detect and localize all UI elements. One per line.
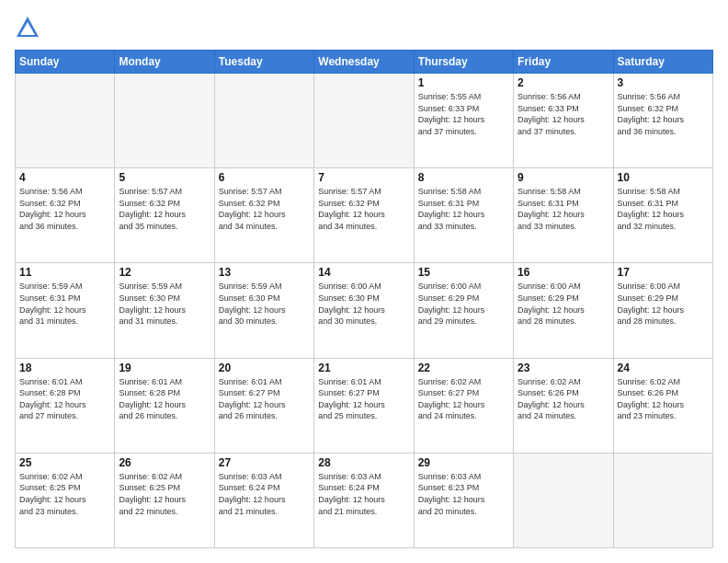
day-info: Sunrise: 6:02 AM Sunset: 6:26 PM Dayligh… <box>518 376 609 422</box>
day-number: 8 <box>418 171 509 184</box>
weekday-header-saturday: Saturday <box>613 51 712 74</box>
calendar-cell <box>16 74 115 168</box>
calendar-cell: 29Sunrise: 6:03 AM Sunset: 6:23 PM Dayli… <box>414 453 513 547</box>
calendar-cell: 22Sunrise: 6:02 AM Sunset: 6:27 PM Dayli… <box>414 358 513 453</box>
day-info: Sunrise: 6:03 AM Sunset: 6:24 PM Dayligh… <box>318 471 409 517</box>
page: SundayMondayTuesdayWednesdayThursdayFrid… <box>0 0 728 563</box>
day-number: 5 <box>119 171 210 184</box>
day-number: 1 <box>418 76 509 89</box>
day-info: Sunrise: 5:59 AM Sunset: 6:31 PM Dayligh… <box>19 281 110 327</box>
header <box>15 15 713 40</box>
day-number: 24 <box>618 362 709 374</box>
calendar-cell: 14Sunrise: 6:00 AM Sunset: 6:30 PM Dayli… <box>314 263 414 358</box>
calendar-cell <box>514 453 613 547</box>
day-info: Sunrise: 6:00 AM Sunset: 6:29 PM Dayligh… <box>618 281 709 327</box>
day-number: 9 <box>518 171 609 184</box>
day-number: 18 <box>19 362 110 374</box>
day-info: Sunrise: 6:01 AM Sunset: 6:27 PM Dayligh… <box>318 376 409 422</box>
day-info: Sunrise: 5:55 AM Sunset: 6:33 PM Dayligh… <box>418 91 509 137</box>
calendar-cell: 24Sunrise: 6:02 AM Sunset: 6:26 PM Dayli… <box>613 358 712 453</box>
calendar-cell: 4Sunrise: 5:56 AM Sunset: 6:32 PM Daylig… <box>16 168 115 263</box>
day-info: Sunrise: 5:58 AM Sunset: 6:31 PM Dayligh… <box>418 186 509 232</box>
calendar-cell: 8Sunrise: 5:58 AM Sunset: 6:31 PM Daylig… <box>414 168 513 263</box>
calendar-cell: 23Sunrise: 6:02 AM Sunset: 6:26 PM Dayli… <box>514 358 613 453</box>
day-number: 3 <box>618 76 709 89</box>
day-info: Sunrise: 5:59 AM Sunset: 6:30 PM Dayligh… <box>219 281 310 327</box>
day-info: Sunrise: 5:56 AM Sunset: 6:32 PM Dayligh… <box>618 91 709 137</box>
day-info: Sunrise: 5:58 AM Sunset: 6:31 PM Dayligh… <box>518 186 609 232</box>
day-info: Sunrise: 6:02 AM Sunset: 6:25 PM Dayligh… <box>119 471 210 517</box>
calendar-table: SundayMondayTuesdayWednesdayThursdayFrid… <box>15 50 713 548</box>
calendar-cell: 18Sunrise: 6:01 AM Sunset: 6:28 PM Dayli… <box>16 358 115 453</box>
day-number: 29 <box>418 456 509 469</box>
day-number: 4 <box>19 171 110 184</box>
day-info: Sunrise: 6:03 AM Sunset: 6:24 PM Dayligh… <box>219 471 310 517</box>
day-info: Sunrise: 6:02 AM Sunset: 6:25 PM Dayligh… <box>19 471 110 517</box>
calendar-week-3: 11Sunrise: 5:59 AM Sunset: 6:31 PM Dayli… <box>16 263 713 358</box>
calendar-cell: 21Sunrise: 6:01 AM Sunset: 6:27 PM Dayli… <box>314 358 414 453</box>
day-info: Sunrise: 5:57 AM Sunset: 6:32 PM Dayligh… <box>119 186 210 232</box>
day-number: 7 <box>318 171 409 184</box>
day-number: 14 <box>318 266 409 279</box>
day-number: 16 <box>518 266 609 279</box>
day-info: Sunrise: 6:01 AM Sunset: 6:28 PM Dayligh… <box>19 376 110 422</box>
day-number: 22 <box>418 362 509 374</box>
calendar-cell <box>115 74 214 168</box>
calendar-cell: 13Sunrise: 5:59 AM Sunset: 6:30 PM Dayli… <box>214 263 313 358</box>
day-number: 15 <box>418 266 509 279</box>
calendar-cell: 16Sunrise: 6:00 AM Sunset: 6:29 PM Dayli… <box>514 263 613 358</box>
calendar-cell: 1Sunrise: 5:55 AM Sunset: 6:33 PM Daylig… <box>414 74 513 168</box>
logo-icon <box>15 15 40 40</box>
calendar-week-2: 4Sunrise: 5:56 AM Sunset: 6:32 PM Daylig… <box>16 168 713 263</box>
day-info: Sunrise: 5:57 AM Sunset: 6:32 PM Dayligh… <box>219 186 310 232</box>
day-info: Sunrise: 6:02 AM Sunset: 6:26 PM Dayligh… <box>618 376 709 422</box>
day-info: Sunrise: 5:59 AM Sunset: 6:30 PM Dayligh… <box>119 281 210 327</box>
day-number: 12 <box>119 266 210 279</box>
day-number: 20 <box>219 362 310 374</box>
day-number: 10 <box>618 171 709 184</box>
calendar-cell: 19Sunrise: 6:01 AM Sunset: 6:28 PM Dayli… <box>115 358 214 453</box>
calendar-cell: 12Sunrise: 5:59 AM Sunset: 6:30 PM Dayli… <box>115 263 214 358</box>
calendar-cell: 11Sunrise: 5:59 AM Sunset: 6:31 PM Dayli… <box>16 263 115 358</box>
weekday-header-tuesday: Tuesday <box>214 51 313 74</box>
weekday-header-monday: Monday <box>115 51 214 74</box>
calendar-cell: 20Sunrise: 6:01 AM Sunset: 6:27 PM Dayli… <box>214 358 313 453</box>
calendar-cell: 3Sunrise: 5:56 AM Sunset: 6:32 PM Daylig… <box>613 74 712 168</box>
day-info: Sunrise: 5:57 AM Sunset: 6:32 PM Dayligh… <box>318 186 409 232</box>
day-number: 6 <box>219 171 310 184</box>
day-number: 19 <box>119 362 210 374</box>
weekday-header-friday: Friday <box>514 51 613 74</box>
calendar-cell: 9Sunrise: 5:58 AM Sunset: 6:31 PM Daylig… <box>514 168 613 263</box>
day-info: Sunrise: 6:02 AM Sunset: 6:27 PM Dayligh… <box>418 376 509 422</box>
calendar-cell: 2Sunrise: 5:56 AM Sunset: 6:33 PM Daylig… <box>514 74 613 168</box>
day-number: 25 <box>19 456 110 469</box>
day-info: Sunrise: 6:01 AM Sunset: 6:28 PM Dayligh… <box>119 376 210 422</box>
weekday-header-thursday: Thursday <box>414 51 513 74</box>
calendar-cell: 25Sunrise: 6:02 AM Sunset: 6:25 PM Dayli… <box>16 453 115 547</box>
day-info: Sunrise: 6:00 AM Sunset: 6:30 PM Dayligh… <box>318 281 409 327</box>
calendar-cell <box>613 453 712 547</box>
day-number: 11 <box>19 266 110 279</box>
day-number: 26 <box>119 456 210 469</box>
calendar-week-1: 1Sunrise: 5:55 AM Sunset: 6:33 PM Daylig… <box>16 74 713 168</box>
day-number: 2 <box>518 76 609 89</box>
calendar-week-4: 18Sunrise: 6:01 AM Sunset: 6:28 PM Dayli… <box>16 358 713 453</box>
day-number: 28 <box>318 456 409 469</box>
day-number: 13 <box>219 266 310 279</box>
calendar-cell: 27Sunrise: 6:03 AM Sunset: 6:24 PM Dayli… <box>214 453 313 547</box>
calendar-cell: 15Sunrise: 6:00 AM Sunset: 6:29 PM Dayli… <box>414 263 513 358</box>
calendar-week-5: 25Sunrise: 6:02 AM Sunset: 6:25 PM Dayli… <box>16 453 713 547</box>
day-info: Sunrise: 6:00 AM Sunset: 6:29 PM Dayligh… <box>518 281 609 327</box>
calendar-cell: 5Sunrise: 5:57 AM Sunset: 6:32 PM Daylig… <box>115 168 214 263</box>
day-info: Sunrise: 6:03 AM Sunset: 6:23 PM Dayligh… <box>418 471 509 517</box>
day-number: 17 <box>618 266 709 279</box>
weekday-header-wednesday: Wednesday <box>314 51 414 74</box>
calendar-cell <box>214 74 313 168</box>
day-info: Sunrise: 5:56 AM Sunset: 6:33 PM Dayligh… <box>518 91 609 137</box>
logo <box>15 15 44 40</box>
calendar-cell: 10Sunrise: 5:58 AM Sunset: 6:31 PM Dayli… <box>613 168 712 263</box>
day-number: 27 <box>219 456 310 469</box>
calendar-cell: 28Sunrise: 6:03 AM Sunset: 6:24 PM Dayli… <box>314 453 414 547</box>
day-info: Sunrise: 6:00 AM Sunset: 6:29 PM Dayligh… <box>418 281 509 327</box>
calendar-cell: 6Sunrise: 5:57 AM Sunset: 6:32 PM Daylig… <box>214 168 313 263</box>
